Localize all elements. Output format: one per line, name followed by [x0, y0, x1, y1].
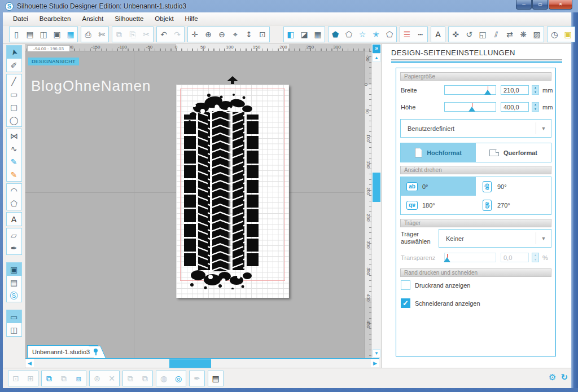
send-to-silhouette[interactable]: ✄ [95, 27, 108, 42]
line-style[interactable]: ┅ [414, 27, 427, 42]
undo[interactable]: ↶ [157, 27, 170, 42]
rotate-90-button[interactable]: ab 90° [476, 177, 551, 196]
knife-options[interactable]: ✒ [190, 371, 204, 386]
panel-expand-button[interactable]: » [373, 45, 380, 53]
zoom-out[interactable]: ⊖ [215, 27, 229, 42]
canvas-viewport[interactable]: DESIGNANSICHT BlogOhneNamen [25, 51, 364, 358]
curve-tool[interactable]: ∿ [7, 142, 21, 155]
rectangle-tool[interactable]: ▭ [7, 87, 21, 100]
scroll-down-button[interactable]: ▼ [373, 349, 380, 358]
regular-polygon-tool[interactable]: ⬠ [7, 197, 21, 210]
cut[interactable]: ✂ [139, 27, 153, 42]
sync-icon[interactable]: ↻ [561, 372, 568, 382]
minimize-button[interactable]: ─ [516, 0, 532, 10]
fill-gradient[interactable]: ◪ [297, 27, 311, 42]
document-tab[interactable]: Unbenannt-1.studio3 [27, 345, 98, 358]
vertical-scroll-thumb[interactable] [373, 173, 380, 202]
fill-pattern[interactable]: ▦ [311, 27, 325, 42]
save[interactable]: ▣ [50, 27, 64, 42]
group[interactable]: ⧉ [42, 371, 56, 386]
maximize-button[interactable]: ▭ [532, 0, 548, 10]
height-value[interactable]: 400,0 [501, 102, 529, 112]
transform-shear[interactable]: ⫽ [489, 27, 503, 42]
rounded-rectangle-tool[interactable]: ▢ [7, 100, 21, 113]
pin-icon[interactable] [93, 349, 98, 355]
single-window-view[interactable]: ▭ [7, 310, 21, 323]
transform-modify[interactable]: ❋ [516, 27, 530, 42]
pan[interactable]: ✛ [188, 27, 202, 42]
ellipse-tool[interactable]: ◯ [7, 113, 21, 126]
tire-track-design[interactable] [184, 92, 259, 289]
menu-item[interactable]: Hilfe [179, 13, 204, 24]
polygon-options[interactable]: ⬠ [383, 27, 396, 42]
vertical-scrollbar[interactable]: » ▲ ▼ [371, 44, 380, 358]
paste[interactable]: ⎘ [126, 27, 139, 42]
star-options[interactable]: ☆ [356, 27, 369, 42]
height-slider[interactable] [444, 102, 496, 112]
point-edit-tool[interactable]: ✐ [7, 59, 21, 72]
select-tool[interactable]: ➤ [7, 46, 21, 59]
weld[interactable]: ⊚ [90, 371, 104, 386]
mat-dropdown[interactable]: Keiner ▼ [439, 229, 551, 248]
menu-item[interactable]: Ansicht [76, 13, 109, 24]
redo[interactable]: ↷ [170, 27, 184, 42]
open-from-library[interactable]: ◫ [37, 27, 50, 42]
landscape-button[interactable]: Querformat [476, 143, 551, 162]
horizontal-scroll-thumb[interactable] [169, 359, 211, 368]
menu-item[interactable]: Datei [7, 13, 34, 24]
rotate-0-button[interactable]: ab 0° [401, 177, 476, 196]
save-to-library[interactable]: ▦ [64, 27, 77, 42]
sketch-pens[interactable]: ▤ [208, 371, 223, 386]
rotate-270-button[interactable]: ab 270° [476, 196, 551, 214]
star-edit[interactable]: ✭ [369, 27, 383, 42]
emboss[interactable]: ◍ [156, 371, 171, 386]
split-window-view[interactable]: ◫ [7, 323, 21, 336]
copy[interactable]: ⧉ [112, 27, 126, 42]
store-view[interactable]: Ⓢ [7, 289, 21, 302]
transform-handles[interactable]: ⊞ [23, 371, 38, 386]
print-border-settings[interactable]: ◷ [548, 27, 561, 42]
ungroup[interactable]: ⧉ [56, 371, 71, 386]
delete[interactable]: ✕ [104, 371, 119, 386]
knife-tool[interactable]: ✒ [7, 241, 21, 254]
selection-handles[interactable]: ⊡ [8, 371, 23, 386]
open-file[interactable]: ▤ [23, 27, 37, 42]
menu-item[interactable]: Objekt [149, 13, 179, 24]
zoom-selection[interactable]: ⌖ [229, 27, 242, 42]
design-page[interactable] [176, 85, 289, 298]
fill-color[interactable]: ◧ [284, 27, 297, 42]
height-stepper[interactable]: ▲▼ [532, 102, 539, 112]
design-view[interactable]: ▣ [7, 263, 21, 276]
print[interactable]: ⎙ [81, 27, 95, 42]
width-slider[interactable] [444, 85, 496, 95]
shape-fill[interactable]: ⬟ [329, 27, 342, 42]
new-document[interactable]: ▯ [10, 27, 23, 42]
transform-scale[interactable]: ◱ [476, 27, 489, 42]
scroll-left-button[interactable]: ◀ [25, 359, 34, 367]
print-border-checkbox[interactable] [401, 280, 410, 290]
zoom-in[interactable]: ⊕ [202, 27, 215, 42]
menu-item[interactable]: Bearbeiten [34, 13, 77, 24]
scroll-right-button[interactable]: ▶ [371, 359, 379, 367]
arc-tool[interactable]: ◠ [7, 184, 21, 197]
text-style[interactable]: A [431, 27, 445, 42]
registration-marks[interactable]: ▣ [561, 27, 575, 42]
paper-preset-dropdown[interactable]: Benutzerdefiniert ▼ [400, 119, 551, 138]
line-tool[interactable]: ╱ [7, 74, 21, 87]
line-color[interactable]: ☰ [400, 27, 414, 42]
regroup[interactable]: ⧈ [71, 371, 86, 386]
rotate-180-button[interactable]: ab 180° [401, 196, 476, 214]
horizontal-scrollbar[interactable]: ◀ ▶ [25, 358, 379, 368]
transform-rotate[interactable]: ↺ [462, 27, 476, 42]
menu-item[interactable]: Silhouette [109, 13, 149, 24]
scroll-up-button[interactable]: ▲ [373, 54, 380, 62]
offset[interactable]: ◎ [171, 371, 186, 386]
bring-to-front[interactable]: ⧉ [123, 371, 138, 386]
width-stepper[interactable]: ▲▼ [532, 85, 539, 95]
library-view[interactable]: ▤ [7, 276, 21, 289]
text-tool[interactable]: A [7, 213, 21, 226]
send-to-back[interactable]: ⧉ [138, 371, 152, 386]
trace[interactable]: ▨ [530, 27, 544, 42]
close-button[interactable]: ✕ [549, 0, 572, 10]
shape-outline[interactable]: ⬠ [342, 27, 356, 42]
